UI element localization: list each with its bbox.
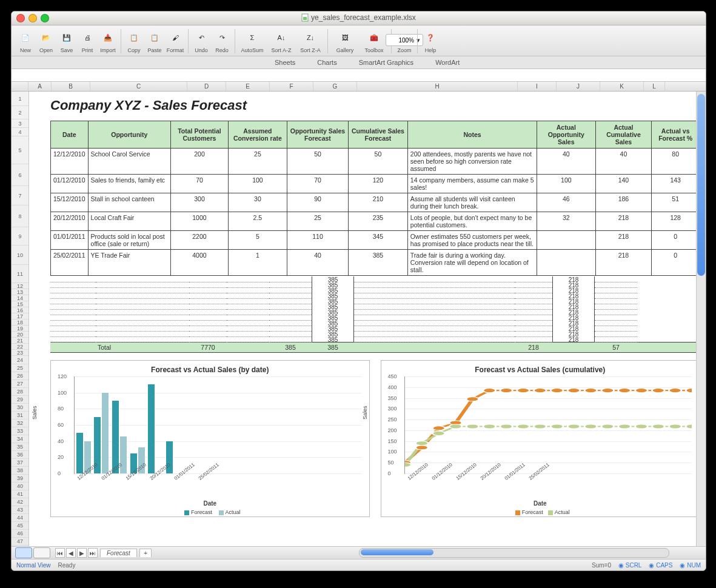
table-row[interactable]: 385218 <box>50 315 700 320</box>
col-header[interactable]: K <box>600 82 644 91</box>
table-header[interactable]: Notes <box>407 121 537 149</box>
help-button[interactable]: ❓Help <box>420 28 441 55</box>
row-headers[interactable]: 1234567891011121314151617181920212223242… <box>12 92 29 546</box>
table-header[interactable]: Cumulative Sales Forecast <box>349 121 408 149</box>
table-header[interactable]: Actual Opportunity Sales <box>537 121 595 149</box>
open-button[interactable]: 📂Open <box>36 28 56 55</box>
table-row[interactable]: 385218 <box>50 304 700 309</box>
svg-point-34 <box>635 424 647 429</box>
table-row[interactable]: 385218 <box>50 287 700 293</box>
last-sheet-button[interactable]: ⏭ <box>88 548 98 558</box>
table-header[interactable]: Actual vs Forecast % <box>652 121 700 149</box>
save-button[interactable]: 💾Save <box>56 28 77 55</box>
svg-point-29 <box>550 424 563 429</box>
table-row[interactable]: 385218 <box>50 293 700 298</box>
table-row[interactable]: 15/12/2010Stall in school canteen3003090… <box>51 193 700 212</box>
undo-button[interactable]: ↶Undo <box>191 28 212 55</box>
line-chart[interactable]: Forecast vs Actual Sales (cumulative) Sa… <box>381 360 700 517</box>
vertical-scrollbar[interactable] <box>696 92 706 546</box>
print-button[interactable]: 🖨Print <box>77 28 98 55</box>
col-header[interactable]: A <box>28 82 52 91</box>
table-header[interactable]: Assumed Conversion rate <box>228 121 287 149</box>
panetab-sheets[interactable]: Sheets <box>272 58 298 67</box>
svg-point-18 <box>669 389 681 393</box>
format-button[interactable]: 🖌Format <box>165 28 186 55</box>
table-row[interactable]: 01/01/2011Products sold in local post of… <box>51 231 700 250</box>
svg-point-10 <box>534 389 546 393</box>
table-header[interactable]: Opportunity <box>88 121 170 149</box>
formula-bar[interactable] <box>12 69 706 82</box>
svg-point-32 <box>601 424 614 429</box>
table-row[interactable]: 385218 <box>50 298 700 304</box>
zoom-input[interactable] <box>389 36 415 44</box>
sort-z-a-button[interactable]: Z↓Sort Z-A <box>296 28 325 55</box>
svg-point-14 <box>601 389 614 393</box>
svg-point-33 <box>618 424 631 429</box>
table-row[interactable]: 20/12/2010Local Craft Fair10002.525235Lo… <box>51 212 700 231</box>
col-header[interactable]: F <box>270 82 313 91</box>
table-row[interactable]: 01/12/2010Sales to friends, family etc70… <box>51 175 700 193</box>
panetab-smartart-graphics[interactable]: SmartArt Graphics <box>356 58 416 67</box>
svg-point-28 <box>534 424 546 429</box>
view-normal-button[interactable] <box>15 547 32 558</box>
view-layout-button[interactable] <box>33 547 50 558</box>
svg-point-9 <box>517 389 529 393</box>
svg-point-8 <box>500 389 512 393</box>
column-headers[interactable]: ABCDEFGHIJKL <box>12 82 706 92</box>
table-header[interactable]: Actual Cumulative Sales <box>595 121 652 149</box>
svg-point-6 <box>466 397 478 401</box>
window-title: ye_sales_forecast_example.xlsx <box>301 13 416 22</box>
col-header[interactable]: I <box>518 82 557 91</box>
autosum-button[interactable]: ΣAutoSum <box>238 28 267 55</box>
svg-point-21 <box>415 441 428 446</box>
table-row[interactable]: 385218 <box>50 320 700 326</box>
col-header[interactable]: L <box>644 82 665 91</box>
sort-a-z-button[interactable]: A↓Sort A-Z <box>267 28 296 55</box>
table-row[interactable]: 385218 <box>50 282 700 287</box>
col-header[interactable]: B <box>52 82 90 91</box>
table-row[interactable]: 385218 <box>50 326 700 331</box>
prev-sheet-button[interactable]: ◀ <box>66 548 76 558</box>
panetab-charts[interactable]: Charts <box>315 58 339 67</box>
table-row[interactable]: 385218 <box>50 309 700 315</box>
table-header[interactable]: Date <box>51 121 89 149</box>
svg-point-31 <box>584 424 597 429</box>
table-row[interactable]: 385218 <box>50 336 700 342</box>
col-header[interactable]: C <box>90 82 187 91</box>
svg-rect-1 <box>303 17 307 20</box>
table-row[interactable]: 385218 <box>50 276 700 282</box>
pane-tabs: SheetsChartsSmartArt GraphicsWordArt <box>12 56 706 69</box>
redo-button[interactable]: ↷Redo <box>212 28 232 55</box>
col-header[interactable]: D <box>187 82 226 91</box>
next-sheet-button[interactable]: ▶ <box>77 548 87 558</box>
svg-point-23 <box>449 424 462 429</box>
copy-button[interactable]: 📋Copy <box>124 28 144 55</box>
new-button[interactable]: 📄New <box>15 28 36 55</box>
view-mode-label[interactable]: Normal View <box>16 562 51 569</box>
table-header[interactable]: Opportunity Sales Forecast <box>287 121 348 149</box>
forecast-table[interactable]: DateOpportunityTotal Potential Customers… <box>50 121 700 276</box>
toolbox-button[interactable]: 🧰Toolbox <box>360 28 389 55</box>
add-sheet-button[interactable]: + <box>139 549 152 557</box>
paste-button[interactable]: 📋Paste <box>144 28 165 55</box>
import-button[interactable]: 📥Import <box>98 28 118 55</box>
sheet-tab-forecast[interactable]: Forecast <box>100 549 137 557</box>
svg-point-35 <box>652 424 664 429</box>
svg-point-27 <box>517 424 529 429</box>
zoom-button[interactable]: ▾Zoom <box>394 33 415 55</box>
panetab-wordart[interactable]: WordArt <box>433 58 462 67</box>
table-row[interactable]: 385218 <box>50 331 700 336</box>
col-header[interactable]: G <box>313 82 357 91</box>
col-header[interactable] <box>12 82 28 91</box>
horizontal-scrollbar[interactable] <box>359 548 670 558</box>
gallery-button[interactable]: 🖼Gallery <box>330 28 360 55</box>
table-row[interactable]: 25/02/2011YE Trade Fair4000140385Trade f… <box>51 250 700 276</box>
table-row[interactable]: 12/12/2010School Carol Service2002550502… <box>51 149 700 175</box>
col-header[interactable]: H <box>357 82 518 91</box>
svg-point-26 <box>500 424 512 429</box>
table-header[interactable]: Total Potential Customers <box>171 121 229 149</box>
bar-chart[interactable]: Forecast vs Actual Sales (by date) Sales… <box>50 360 370 517</box>
col-header[interactable]: E <box>226 82 270 91</box>
first-sheet-button[interactable]: ⏮ <box>55 548 65 558</box>
col-header[interactable]: J <box>557 82 600 91</box>
